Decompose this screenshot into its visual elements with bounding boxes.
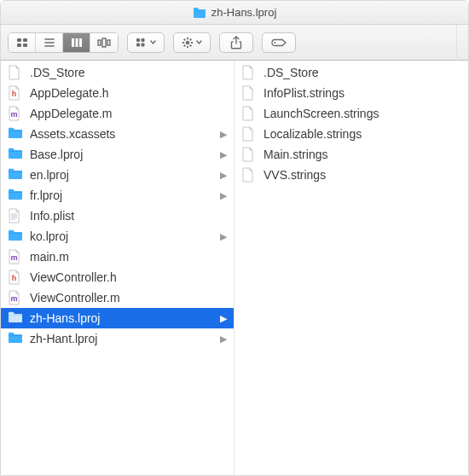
list-item[interactable]: Localizable.strings: [234, 124, 468, 144]
file-name: en.lproj: [30, 168, 69, 182]
list-item[interactable]: .DS_Store: [234, 62, 468, 83]
view-mode-group: [8, 32, 119, 53]
svg-rect-16: [142, 43, 145, 46]
svg-rect-14: [142, 38, 145, 42]
toolbar-overflow: [456, 25, 468, 61]
file-name: ViewController.h: [30, 270, 117, 284]
svg-text:m: m: [10, 110, 17, 119]
document-icon: m: [8, 249, 23, 264]
document-icon: [241, 85, 257, 101]
folder-icon: [8, 229, 23, 244]
svg-rect-18: [187, 37, 188, 38]
svg-rect-2: [17, 44, 21, 47]
document-icon: m: [8, 106, 23, 121]
titlebar: zh-Hans.lproj: [1, 1, 468, 25]
document-icon: [241, 126, 257, 142]
arrange-button[interactable]: [127, 32, 165, 53]
svg-rect-3: [23, 44, 27, 47]
folder-icon: [8, 188, 23, 203]
chevron-right-icon: ▶: [220, 170, 227, 181]
document-icon: [8, 65, 23, 80]
share-button[interactable]: [219, 32, 253, 53]
view-list-button[interactable]: [36, 33, 63, 52]
folder-icon: [8, 167, 23, 183]
column-0[interactable]: .DS_Store h AppDelegate.h m AppDelegate.…: [1, 61, 234, 475]
list-item[interactable]: VVS.strings: [234, 165, 468, 185]
file-name: Base.lproj: [30, 148, 83, 161]
list-item[interactable]: LaunchScreen.strings: [234, 103, 468, 124]
svg-text:h: h: [12, 274, 17, 282]
action-button[interactable]: [173, 32, 211, 53]
file-name: zh-Hant.lproj: [30, 332, 97, 345]
list-item[interactable]: en.lproj▶: [1, 165, 234, 185]
file-name: fr.lproj: [30, 189, 62, 202]
tag-icon: [270, 38, 287, 48]
document-icon: m: [8, 290, 23, 305]
file-name: VVS.strings: [263, 168, 326, 182]
folder-icon: [8, 147, 23, 162]
svg-rect-24: [182, 42, 184, 44]
svg-rect-11: [102, 38, 106, 47]
file-name: Main.strings: [263, 148, 327, 161]
list-item[interactable]: Info.plist: [1, 206, 234, 226]
svg-rect-19: [189, 38, 192, 40]
file-name: LaunchScreen.strings: [263, 107, 379, 120]
chevron-right-icon: ▶: [220, 313, 227, 324]
chevron-right-icon: ▶: [220, 231, 227, 242]
list-item[interactable]: ko.lproj▶: [1, 226, 234, 247]
share-icon: [230, 36, 242, 49]
file-name: AppDelegate.h: [30, 86, 109, 100]
svg-rect-25: [183, 38, 186, 40]
document-icon: h: [8, 270, 23, 285]
file-name: InfoPlist.strings: [263, 86, 345, 100]
folder-icon: [193, 7, 206, 18]
list-item[interactable]: fr.lproj▶: [1, 185, 234, 206]
finder-window: zh-Hans.lproj: [0, 0, 469, 476]
list-item[interactable]: m main.m: [1, 247, 234, 267]
view-gallery-button[interactable]: [90, 33, 118, 52]
svg-text:m: m: [10, 294, 17, 303]
svg-rect-7: [72, 38, 74, 47]
list-item[interactable]: Assets.xcassets▶: [1, 124, 234, 144]
svg-point-26: [274, 42, 275, 44]
svg-rect-9: [79, 38, 82, 47]
svg-rect-23: [183, 44, 186, 47]
column-1[interactable]: .DS_Store InfoPlist.strings LaunchScreen…: [234, 61, 468, 475]
chevron-down-icon: [196, 40, 202, 44]
list-item[interactable]: m AppDelegate.m: [1, 103, 234, 124]
svg-rect-22: [187, 45, 188, 47]
svg-rect-8: [75, 38, 78, 47]
file-name: zh-Hans.lproj: [30, 311, 100, 325]
file-name: Localizable.strings: [263, 127, 362, 141]
list-item[interactable]: h AppDelegate.h: [1, 83, 234, 103]
svg-rect-20: [191, 42, 193, 44]
svg-rect-1: [23, 38, 27, 42]
svg-point-17: [186, 40, 189, 44]
gear-icon: [182, 37, 194, 49]
list-item[interactable]: zh-Hans.lproj▶: [1, 308, 234, 328]
list-item[interactable]: h ViewController.h: [1, 267, 234, 287]
file-name: ViewController.m: [30, 291, 120, 305]
chevron-right-icon: ▶: [220, 129, 227, 140]
toolbar: [1, 25, 468, 61]
file-name: .DS_Store: [30, 66, 85, 79]
list-item[interactable]: InfoPlist.strings: [234, 83, 468, 103]
chevron-right-icon: ▶: [220, 149, 227, 160]
svg-rect-21: [189, 44, 192, 47]
svg-text:h: h: [12, 90, 17, 98]
view-icon-button[interactable]: [9, 33, 36, 52]
list-item[interactable]: Base.lproj▶: [1, 144, 234, 165]
column-browser: .DS_Store h AppDelegate.h m AppDelegate.…: [1, 61, 468, 475]
list-item[interactable]: Main.strings: [234, 144, 468, 165]
file-name: Info.plist: [30, 209, 74, 223]
window-title: zh-Hans.lproj: [211, 6, 277, 19]
document-icon: [241, 167, 257, 183]
tags-button[interactable]: [262, 32, 296, 53]
list-item[interactable]: m ViewController.m: [1, 287, 234, 308]
list-item[interactable]: zh-Hant.lproj▶: [1, 328, 234, 349]
file-name: AppDelegate.m: [30, 107, 113, 120]
folder-icon: [8, 126, 23, 142]
list-item[interactable]: .DS_Store: [1, 62, 234, 83]
document-icon: [241, 65, 257, 80]
view-column-button[interactable]: [63, 33, 90, 52]
